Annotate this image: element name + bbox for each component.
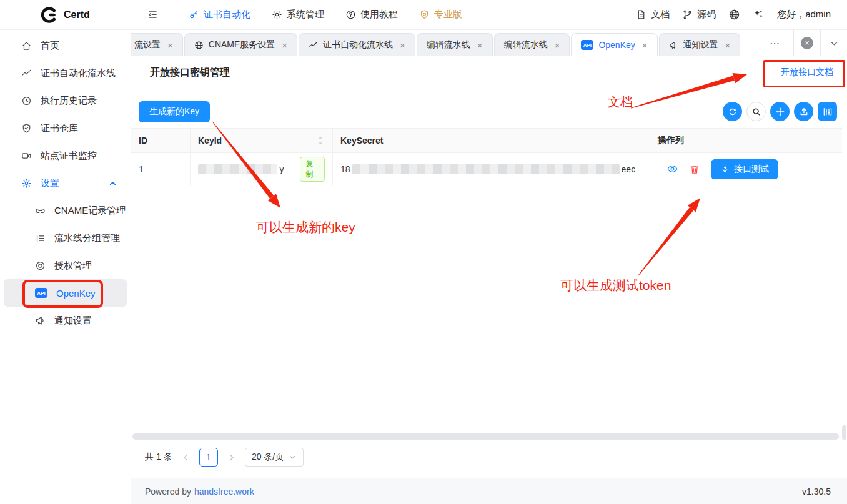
tab-edit-pipeline-2[interactable]: 编辑流水线 ×	[494, 33, 570, 56]
page-number-1[interactable]: 1	[199, 448, 218, 467]
sidebar-item-pipelines[interactable]: 证书自动化流水线	[0, 59, 131, 87]
nav-pro-version[interactable]: 专业版	[411, 0, 470, 30]
export-button[interactable]	[794, 102, 813, 121]
search-button[interactable]	[746, 102, 766, 121]
footer: Powered by handsfree.work v1.30.5	[131, 478, 847, 504]
pagination: 共 1 条 1 20 条/页	[145, 445, 304, 470]
pipeline-icon	[21, 68, 32, 79]
openkey-table: ID KeyId KeySecret 操作列 1 y 复制 18	[131, 128, 842, 185]
close-icon[interactable]: ×	[477, 40, 483, 51]
close-icon[interactable]: ×	[282, 40, 287, 51]
app-title: Certd	[64, 9, 90, 21]
menu-fold-icon[interactable]	[147, 9, 158, 20]
question-circle-icon	[345, 9, 356, 20]
close-circle-icon: ×	[801, 37, 813, 49]
trash-icon	[689, 164, 700, 175]
tab-controls: ⋯ ×	[757, 30, 847, 56]
generate-key-button[interactable]: 生成新的Key	[139, 101, 210, 122]
sidebar-item-history[interactable]: 执行历史记录	[0, 87, 131, 114]
delete-button[interactable]	[689, 164, 700, 175]
nav-cert-automation[interactable]: 证书自动化	[181, 0, 259, 30]
cert-shield-icon	[21, 123, 32, 134]
vertical-scrollbar[interactable]	[842, 425, 846, 440]
secret-masked-value	[352, 164, 620, 174]
horizontal-scrollbar[interactable]	[132, 433, 839, 440]
sidebar-sub-cname-records[interactable]: CNAME记录管理	[4, 197, 127, 224]
sidebar-item-site-monitor[interactable]: 站点证书监控	[0, 142, 131, 169]
sidebar-item-cert-store[interactable]: 证书仓库	[0, 114, 131, 142]
next-page-button[interactable]	[227, 453, 235, 462]
sort-icon[interactable]	[316, 136, 325, 146]
api-test-button[interactable]: 接口测试	[711, 159, 778, 179]
columns-setting-button[interactable]	[818, 102, 837, 121]
close-icon[interactable]: ×	[642, 40, 648, 51]
open-api-doc-link[interactable]: 开放接口文档	[781, 67, 833, 78]
tab-edit-pipeline-1[interactable]: 编辑流水线 ×	[417, 33, 493, 56]
version-label: v1.30.5	[802, 487, 831, 497]
user-greeting[interactable]: 您好，admin	[777, 9, 831, 21]
top-docs-link[interactable]: 文档	[636, 9, 670, 21]
sidebar: 首页 证书自动化流水线 执行历史记录 证书仓库 站点证书监控 设置	[0, 30, 131, 504]
cell-operations: 接口测试	[650, 153, 842, 185]
refresh-button[interactable]	[723, 102, 742, 121]
nav-tutorial[interactable]: 使用教程	[337, 0, 406, 30]
sidebar-sub-auth-manage[interactable]: 授权管理	[4, 252, 127, 279]
link-icon	[35, 205, 46, 216]
tab-notify-settings[interactable]: 通知设置 ×	[659, 33, 741, 56]
language-globe-icon[interactable]	[728, 9, 740, 21]
col-header-keyid[interactable]: KeyId	[190, 129, 332, 152]
sparkles-icon[interactable]	[753, 9, 765, 21]
tab-cname-service[interactable]: CNAME服务设置 ×	[184, 33, 297, 56]
pagination-total: 共 1 条	[145, 452, 172, 463]
cell-id: 1	[131, 164, 190, 174]
history-icon	[21, 96, 32, 106]
nav-system-manage[interactable]: 系统管理	[264, 0, 332, 30]
chevron-down-icon	[289, 453, 296, 461]
top-source-link[interactable]: 源码	[682, 9, 716, 21]
sidebar-sub-notify-settings[interactable]: 通知设置	[4, 307, 127, 334]
table-header: ID KeyId KeySecret 操作列	[131, 128, 842, 153]
table-row: 1 y 复制 18 eec	[131, 153, 842, 185]
prev-page-button[interactable]	[182, 453, 190, 462]
group-list-icon	[35, 233, 46, 244]
col-header-id: ID	[131, 136, 190, 146]
tab-more-icon[interactable]: ⋯	[757, 37, 793, 49]
cell-keyid: y 复制	[190, 153, 332, 185]
close-icon[interactable]: ×	[167, 40, 173, 51]
tab-stream-settings[interactable]: 流设置 ×	[131, 33, 183, 56]
document-icon	[636, 9, 646, 20]
top-bar: Certd 证书自动化 系统管理 使用教程 专	[0, 0, 847, 30]
tab-openkey[interactable]: API OpenKey ×	[571, 33, 657, 56]
main-content: 开放接口密钥管理 开放接口文档 生成新的Key	[131, 56, 847, 478]
globe-icon	[194, 41, 204, 50]
col-header-keysecret: KeySecret	[332, 129, 650, 152]
secret-prefix: 18	[340, 164, 350, 174]
megaphone-icon	[669, 41, 678, 50]
tab-cert-pipelines[interactable]: 证书自动化流水线 ×	[299, 33, 415, 56]
tab-dropdown-button[interactable]	[820, 30, 847, 56]
cell-keysecret: 18 eec	[332, 153, 650, 185]
git-branch-icon	[682, 9, 693, 20]
keyid-masked-value	[198, 164, 277, 174]
sidebar-sub-pipeline-groups[interactable]: 流水线分组管理	[4, 224, 127, 252]
col-header-ops: 操作列	[650, 129, 842, 152]
sidebar-item-home[interactable]: 首页	[0, 32, 131, 59]
copy-button[interactable]: 复制	[300, 157, 325, 182]
handsfree-link[interactable]: handsfree.work	[194, 487, 254, 497]
search-icon	[751, 107, 761, 117]
api-badge-icon: API	[581, 40, 593, 50]
gear-icon	[272, 9, 282, 20]
table-toolbar	[723, 102, 837, 121]
app-logo[interactable]: Certd	[40, 6, 134, 24]
compact-button[interactable]	[770, 102, 790, 121]
chevron-up-icon	[109, 179, 117, 187]
close-icon[interactable]: ×	[725, 40, 731, 51]
pro-badge-icon	[419, 9, 430, 20]
sidebar-item-settings[interactable]: 设置	[0, 169, 131, 197]
page-size-select[interactable]: 20 条/页	[245, 448, 304, 467]
close-icon[interactable]: ×	[555, 40, 560, 51]
close-icon[interactable]: ×	[400, 40, 405, 51]
tab-close-all-button[interactable]: ×	[793, 30, 820, 56]
sidebar-sub-openkey[interactable]: API OpenKey	[4, 279, 127, 307]
view-button[interactable]	[666, 163, 678, 175]
